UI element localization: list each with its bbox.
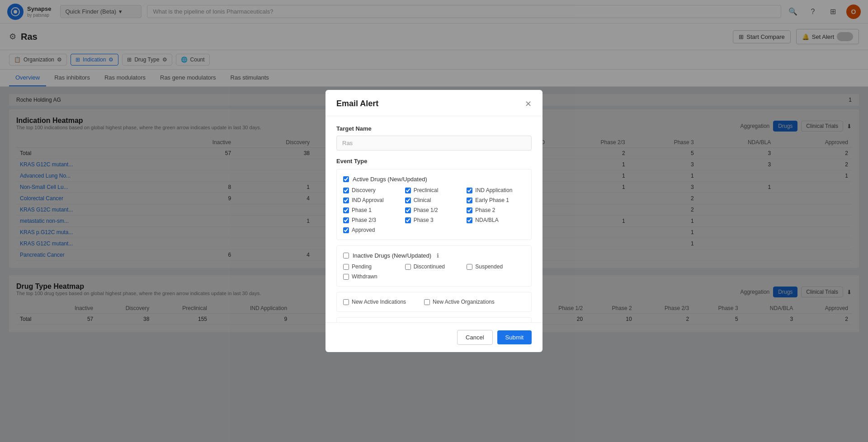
approved-item: Approved — [343, 227, 401, 233]
preclinical-label: Preclinical — [414, 187, 439, 193]
pending-label: Pending — [352, 263, 372, 270]
cancel-button[interactable]: Cancel — [457, 330, 492, 345]
ind-approval-label: IND Approval — [352, 197, 384, 203]
active-drugs-label: Active Drugs (New/Updated) — [353, 176, 427, 183]
modal-title: Email Alert — [336, 99, 378, 108]
discovery-item: Discovery — [343, 187, 401, 193]
early-phase1-label: Early Phase 1 — [475, 197, 509, 203]
discontinued-item: Discontinued — [405, 263, 463, 270]
ind-application-item: IND Application — [467, 187, 525, 193]
ndabla-checkbox[interactable] — [467, 217, 472, 223]
inactive-drugs-header: Inactive Drugs (New/Updated) ℹ — [343, 252, 525, 259]
approved-checkbox[interactable] — [343, 227, 349, 233]
discovery-label: Discovery — [352, 187, 376, 193]
phase3-item: Phase 3 — [405, 217, 463, 223]
new-active-indications-checkbox[interactable] — [343, 299, 349, 305]
discontinued-label: Discontinued — [414, 263, 445, 270]
phase2-checkbox[interactable] — [467, 207, 472, 213]
modal-body: Target Name Event Type Active Drugs (New… — [326, 116, 542, 322]
phase3-checkbox[interactable] — [405, 217, 411, 223]
discovery-checkbox[interactable] — [343, 188, 349, 193]
inactive-drugs-label: Inactive Drugs (New/Updated) — [353, 252, 431, 259]
inactive-drugs-grid: Pending Discontinued Suspended Withdrawn — [343, 263, 525, 280]
phase1-label: Phase 1 — [352, 207, 372, 213]
phase1-item: Phase 1 — [343, 207, 401, 213]
pending-item: Pending — [343, 263, 401, 270]
phase12-checkbox[interactable] — [405, 207, 411, 213]
ind-approval-checkbox[interactable] — [343, 197, 349, 203]
event-type-label: Event Type — [336, 158, 532, 165]
target-name-label: Target Name — [336, 125, 532, 132]
target-name-input[interactable] — [336, 136, 532, 150]
pending-checkbox[interactable] — [343, 264, 349, 270]
ind-application-checkbox[interactable] — [467, 188, 472, 193]
modal-close-button[interactable]: ✕ — [525, 100, 532, 108]
phase3-label: Phase 3 — [414, 217, 434, 223]
approved-label: Approved — [352, 227, 375, 233]
early-phase1-item: Early Phase 1 — [467, 197, 525, 203]
new-active-row: New Active Indications New Active Organi… — [343, 299, 525, 305]
inactive-drugs-section: Inactive Drugs (New/Updated) ℹ Pending D… — [336, 245, 532, 287]
suspended-checkbox[interactable] — [467, 264, 472, 270]
ndabla-label: NDA/BLA — [475, 217, 498, 223]
withdrawn-label: Withdrawn — [352, 273, 377, 280]
ind-approval-item: IND Approval — [343, 197, 401, 203]
inactive-drugs-info-icon: ℹ — [437, 252, 439, 259]
phase12-item: Phase 1/2 — [405, 207, 463, 213]
new-active-indications-label: New Active Indications — [352, 299, 406, 305]
preclinical-item: Preclinical — [405, 187, 463, 193]
clinical-label: Clinical — [414, 197, 431, 203]
inactive-drugs-checkbox[interactable] — [343, 253, 349, 259]
active-drugs-header: Active Drugs (New/Updated) — [343, 176, 525, 183]
ind-application-label: IND Application — [475, 187, 512, 193]
suspended-item: Suspended — [467, 263, 525, 270]
new-active-organizations-label: New Active Organizations — [433, 299, 495, 305]
preclinical-checkbox[interactable] — [405, 188, 411, 193]
clinical-item: Clinical — [405, 197, 463, 203]
modal-footer: Cancel Submit — [326, 322, 542, 352]
phase2-item: Phase 2 — [467, 207, 525, 213]
active-drugs-grid: Discovery Preclinical IND Application IN… — [343, 187, 525, 233]
modal-header: Email Alert ✕ — [326, 90, 542, 116]
phase1-checkbox[interactable] — [343, 207, 349, 213]
suspended-label: Suspended — [475, 263, 503, 270]
phase2-label: Phase 2 — [475, 207, 495, 213]
early-phase1-checkbox[interactable] — [467, 197, 472, 203]
new-active-organizations-checkbox[interactable] — [424, 299, 430, 305]
new-documents-section: New Documents Clinical Trials Patents — [336, 317, 532, 322]
modal-overlay[interactable]: Email Alert ✕ Target Name Event Type Act… — [0, 0, 868, 442]
clinical-checkbox[interactable] — [405, 197, 411, 203]
new-active-organizations-item: New Active Organizations — [424, 299, 495, 305]
discontinued-checkbox[interactable] — [405, 264, 411, 270]
withdrawn-item: Withdrawn — [343, 273, 401, 280]
active-drugs-checkbox[interactable] — [343, 176, 349, 182]
phase12-label: Phase 1/2 — [414, 207, 438, 213]
withdrawn-checkbox[interactable] — [343, 274, 349, 280]
phase23-checkbox[interactable] — [343, 217, 349, 223]
email-alert-modal: Email Alert ✕ Target Name Event Type Act… — [326, 90, 542, 352]
active-drugs-section: Active Drugs (New/Updated) Discovery Pre… — [336, 169, 532, 240]
new-active-section: New Active Indications New Active Organi… — [336, 292, 532, 312]
ndabla-item: NDA/BLA — [467, 217, 525, 223]
submit-button[interactable]: Submit — [497, 330, 532, 344]
new-active-indications-item: New Active Indications — [343, 299, 406, 305]
phase23-label: Phase 2/3 — [352, 217, 376, 223]
phase23-item: Phase 2/3 — [343, 217, 401, 223]
